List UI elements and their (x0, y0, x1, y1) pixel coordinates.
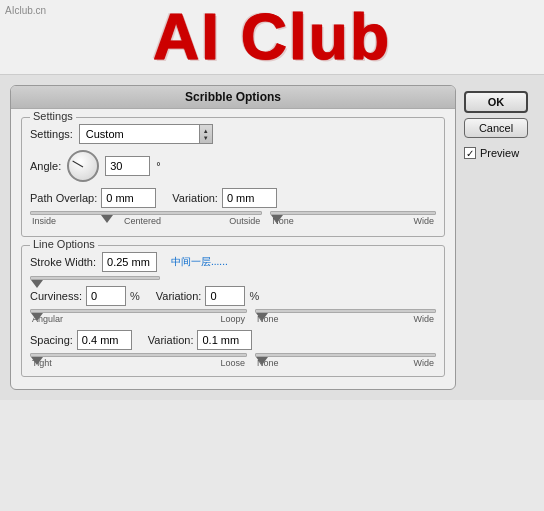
stroke-width-thumb[interactable] (31, 280, 43, 288)
overlap-label-centered: Centered (124, 216, 161, 226)
path-overlap-slider-labels: Inside Centered Outside (30, 216, 262, 226)
path-overlap-slider-section: Inside Centered Outside (30, 211, 262, 226)
stroke-width-track[interactable] (30, 276, 160, 280)
path-variation-label: Variation: (172, 192, 218, 204)
path-variation-thumb[interactable] (271, 215, 283, 223)
overlap-label-inside: Inside (32, 216, 56, 226)
spacing-variation-label: Variation: (148, 334, 194, 346)
stroke-width-input[interactable] (102, 252, 157, 272)
path-variation-track[interactable] (270, 211, 436, 215)
spacing-input[interactable] (77, 330, 132, 350)
degree-symbol: ° (156, 160, 160, 172)
spacing-slider-section: Tight Loose (30, 353, 247, 368)
curviness-variation-unit: % (249, 290, 259, 302)
button-panel: OK Cancel ✓ Preview (464, 85, 534, 390)
settings-field-label: Settings: (30, 128, 73, 140)
variation-group: Variation: (172, 188, 277, 208)
path-overlap-group: Path Overlap: (30, 188, 156, 208)
curviness-variation-slider-section: None Wide (255, 309, 436, 324)
path-variation-input[interactable] (222, 188, 277, 208)
angle-input[interactable] (105, 156, 150, 176)
curviness-label: Curviness: (30, 290, 82, 302)
line-options-group: Line Options Stroke Width: 中间一层...... (21, 245, 445, 377)
curviness-variation-track[interactable] (255, 309, 436, 313)
middle-layer-note: 中间一层...... (171, 255, 228, 269)
preview-row: ✓ Preview (464, 147, 534, 159)
settings-group-label: Settings (30, 110, 76, 122)
spacing-track[interactable] (30, 353, 247, 357)
settings-dropdown-value: Custom (79, 124, 199, 144)
angle-label: Angle: (30, 160, 61, 172)
spacing-label: Spacing: (30, 334, 73, 346)
spacing-variation-thumb[interactable] (256, 357, 268, 365)
dropdown-up-arrow: ▲ (203, 128, 209, 134)
spacing-thumb[interactable] (31, 357, 43, 365)
curviness-thumb[interactable] (31, 313, 43, 321)
dropdown-down-arrow: ▼ (203, 135, 209, 141)
spacing-slider-labels: Tight Loose (30, 358, 247, 368)
watermark-text: AIclub.cn (5, 5, 46, 16)
stroke-width-label: Stroke Width: (30, 256, 96, 268)
path-overlap-input[interactable] (101, 188, 156, 208)
ai-club-logo: AI Club (153, 0, 391, 74)
header-banner: AIclub.cn AI Club (0, 0, 544, 75)
spacing-label-loose: Loose (221, 358, 246, 368)
curviness-slider-section: Angular Loopy (30, 309, 247, 324)
preview-label: Preview (480, 147, 519, 159)
curviness-variation-group: Variation: % (156, 286, 259, 306)
line-options-label: Line Options (30, 238, 98, 250)
overlap-label-outside: Outside (229, 216, 260, 226)
cancel-button[interactable]: Cancel (464, 118, 528, 138)
curviness-track[interactable] (30, 309, 247, 313)
dial-indicator (73, 161, 84, 168)
scribble-options-dialog: Scribble Options Settings Settings: Cust… (10, 85, 456, 390)
preview-checkbox[interactable]: ✓ (464, 147, 476, 159)
settings-row: Settings: Custom ▲ ▼ (30, 124, 436, 144)
curviness-variation-input[interactable] (205, 286, 245, 306)
curviness-input[interactable] (86, 286, 126, 306)
settings-dropdown[interactable]: Custom ▲ ▼ (79, 124, 213, 144)
spacing-variation-label-wide: Wide (413, 358, 434, 368)
curviness-variation-slider-labels: None Wide (255, 314, 436, 324)
curviness-variation-thumb[interactable] (256, 313, 268, 321)
angle-row: Angle: ° (30, 150, 436, 182)
settings-dropdown-arrows[interactable]: ▲ ▼ (199, 124, 213, 144)
spacing-variation-slider-section: None Wide (255, 353, 436, 368)
angle-dial[interactable] (67, 150, 99, 182)
curviness-variation-label: Variation: (156, 290, 202, 302)
spacing-group: Spacing: (30, 330, 132, 350)
spacing-variation-track[interactable] (255, 353, 436, 357)
curviness-variation-label-wide: Wide (413, 314, 434, 324)
dialog-title: Scribble Options (11, 86, 455, 109)
path-overlap-label: Path Overlap: (30, 192, 97, 204)
path-overlap-thumb[interactable] (101, 215, 113, 223)
spacing-variation-input[interactable] (197, 330, 252, 350)
spacing-variation-group: Variation: (148, 330, 253, 350)
path-variation-slider-section: None Wide (270, 211, 436, 226)
curviness-unit: % (130, 290, 140, 302)
spacing-variation-slider-labels: None Wide (255, 358, 436, 368)
path-overlap-track[interactable] (30, 211, 262, 215)
stroke-width-slider-section (30, 276, 160, 280)
variation-label-wide: Wide (413, 216, 434, 226)
ok-button[interactable]: OK (464, 91, 528, 113)
settings-group: Settings Settings: Custom ▲ ▼ Angle: (21, 117, 445, 237)
curviness-label-loopy: Loopy (221, 314, 246, 324)
curviness-group: Curviness: % (30, 286, 140, 306)
curviness-slider-labels: Angular Loopy (30, 314, 247, 324)
path-variation-slider-labels: None Wide (270, 216, 436, 226)
